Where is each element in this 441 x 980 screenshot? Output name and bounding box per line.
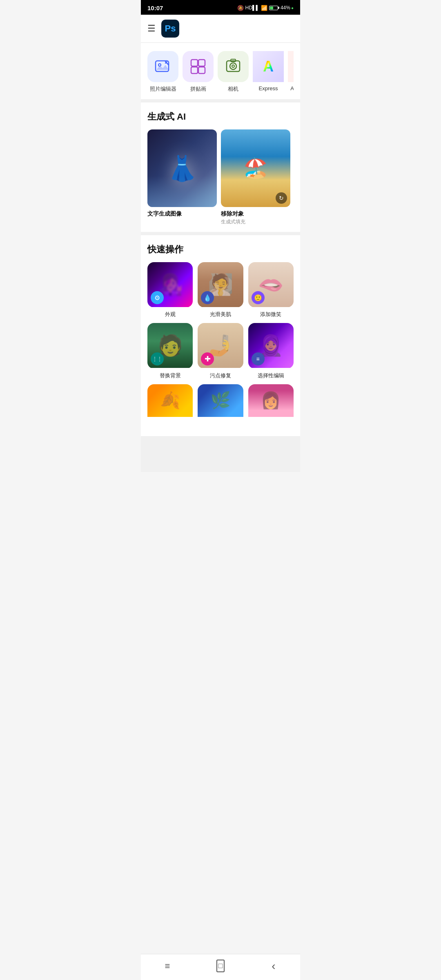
quick-label-selective-edit: 选择性编辑 [258,372,284,379]
svg-rect-2 [191,60,198,66]
app-icon-photo-editor [147,51,178,82]
status-bar: 10:07 🔕 HD▌▌ 📶 44% ● [141,0,300,15]
quick-card-add-smile: 🫦 🙂 [248,262,294,307]
app-item-collage[interactable]: 拼贴画 [183,51,214,93]
status-time: 10:07 [147,4,163,11]
ai-card-remove-object[interactable]: 🏖️ ↻ 移除对象 生成式填充 [221,129,290,225]
app-item-express[interactable]: A Express [253,51,284,93]
quick-item-spot-fix[interactable]: 🤳 ✚ 污点修复 [198,323,243,379]
quick-item-replace-bg[interactable]: 🧑 ⋮⋮ 替换背景 [147,323,193,379]
quick-card-partial-3: 👩 [248,384,294,430]
quick-item-partial-3[interactable]: 👩 [248,384,294,430]
svg-rect-4 [191,67,198,74]
app-logo[interactable]: Ps [161,20,179,38]
wifi-icon: 📶 [261,5,267,11]
app-item-photo-editor[interactable]: 照片编辑器 [147,51,178,93]
apps-section: 照片编辑器 拼贴画 [141,43,300,99]
quick-card-partial-2: 🌿 [198,384,243,430]
battery-percent: 44% [281,5,290,11]
app-icon-collage [183,51,214,82]
ai-cards-row: 文字生成图像 🏖️ ↻ 移除对象 生成式填充 🧑 ↻ 替换对象 生成式填充 [147,129,294,225]
ai-card-img-beach: 🏖️ ↻ [221,129,290,207]
ai-card-overlay-icon-remove: ↻ [276,192,287,204]
quick-label-smooth-skin: 光滑美肌 [210,311,231,318]
quick-item-partial-1[interactable]: 🍂 [147,384,193,430]
apps-row: 照片编辑器 拼贴画 [147,51,294,93]
app-label-photo-editor: 照片编辑器 [150,85,176,93]
status-icons: 🔕 HD▌▌ 📶 44% ● [237,5,294,11]
quick-card-appearance: 👩‍🎤 ⚙ [147,262,193,307]
svg-rect-3 [198,60,205,66]
app-item-camera[interactable]: 相机 [218,51,249,93]
ai-card-img-dress [147,129,217,207]
ai-card-subtitle-remove-object: 生成式填充 [221,218,290,225]
menu-button[interactable]: ☰ [147,23,156,34]
app-label-collage: 拼贴画 [190,85,206,93]
svg-point-8 [232,65,234,67]
main-content: 照片编辑器 拼贴画 [141,43,300,472]
battery-fill [270,7,273,9]
quick-label-appearance: 外观 [165,311,176,318]
ai-card-title-remove-object: 移除对象 [221,210,290,218]
quick-icon-selective-edit: ≡ [252,352,265,365]
quick-label-replace-bg: 替换背景 [160,372,181,379]
app-label-express: Express [259,85,278,91]
quick-label-spot-fix: 污点修复 [210,372,231,379]
quick-grid: 👩‍🎤 ⚙ 外观 🧖 💧 光滑美肌 🫦 [147,262,294,379]
signal-icon: HD▌▌ [245,5,259,11]
svg-rect-5 [198,67,205,74]
logo-text: Ps [165,23,176,34]
quick-icon-replace-bg: ⋮⋮ [151,352,164,365]
quick-item-appearance[interactable]: 👩‍🎤 ⚙ 外观 [147,262,193,318]
battery-indicator: 44% ● [269,5,294,11]
quick-item-smooth-skin[interactable]: 🧖 💧 光滑美肌 [198,262,243,318]
quick-card-replace-bg: 🧑 ⋮⋮ [147,323,193,368]
quick-card-smooth-skin: 🧖 💧 [198,262,243,307]
mute-icon: 🔕 [237,5,244,11]
quick-icon-add-smile: 🙂 [252,291,265,304]
svg-point-7 [230,63,236,69]
quick-label-add-smile: 添加微笑 [260,311,281,318]
quick-actions-section: 快速操作 👩‍🎤 ⚙ 外观 🧖 💧 光滑美肌 [141,235,300,436]
app-icon-camera [218,51,249,82]
app-label-camera: 相机 [228,85,238,93]
quick-icon-spot-fix: ✚ [201,352,214,365]
quick-card-selective-edit: 🧕 ≡ [248,323,294,368]
charging-dot: ● [291,6,294,10]
app-item-adobe-fire[interactable]: Ai Adobe Fire [288,51,294,93]
quick-card-spot-fix: 🤳 ✚ [198,323,243,368]
app-label-adobe-fire: Adobe Fire [290,85,294,91]
header: ☰ Ps [141,15,300,43]
quick-item-add-smile[interactable]: 🫦 🙂 添加微笑 [248,262,294,318]
app-icon-adobe-fire: Ai [288,51,294,82]
ai-card-text-to-image[interactable]: 文字生成图像 [147,129,217,225]
quick-item-partial-2[interactable]: 🌿 [198,384,243,430]
battery-bar [269,6,278,10]
app-icon-express: A [253,51,284,82]
quick-item-selective-edit[interactable]: 🧕 ≡ 选择性编辑 [248,323,294,379]
quick-grid-partial: 🍂 🌿 👩 [147,384,294,430]
generative-ai-title: 生成式 AI [147,111,294,123]
ai-card-title-text-to-image: 文字生成图像 [147,210,217,218]
quick-actions-title: 快速操作 [147,243,294,256]
quick-card-partial-1: 🍂 [147,384,193,430]
generative-ai-section: 生成式 AI 文字生成图像 🏖️ ↻ 移除对象 生成式填充 [141,102,300,232]
